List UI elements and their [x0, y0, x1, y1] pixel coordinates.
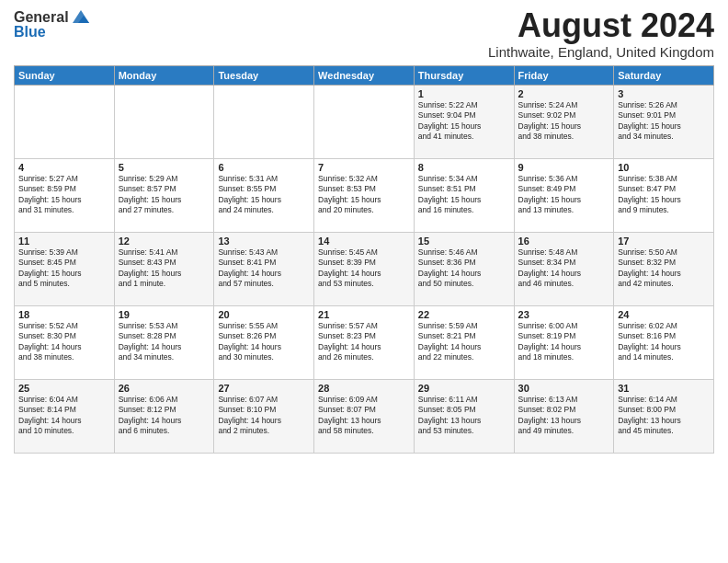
location: Linthwaite, England, United Kingdom: [488, 44, 714, 60]
day-number: 14: [318, 236, 410, 247]
day-number: 27: [218, 383, 310, 394]
day-info: Sunrise: 5:48 AM Sunset: 8:34 PM Dayligh…: [518, 247, 610, 290]
day-number: 5: [119, 162, 210, 173]
calendar-day-29: 29Sunrise: 6:11 AM Sunset: 8:05 PM Dayli…: [414, 380, 514, 454]
day-info: Sunrise: 5:22 AM Sunset: 9:04 PM Dayligh…: [418, 100, 510, 143]
day-info: Sunrise: 6:11 AM Sunset: 8:05 PM Dayligh…: [418, 395, 510, 437]
day-info: Sunrise: 6:00 AM Sunset: 8:19 PM Dayligh…: [518, 321, 610, 363]
day-info: Sunrise: 6:06 AM Sunset: 8:12 PM Dayligh…: [119, 395, 210, 437]
calendar-day-4: 4Sunrise: 5:27 AM Sunset: 8:59 PM Daylig…: [15, 159, 115, 233]
day-number: 26: [119, 383, 210, 394]
logo: General Blue: [14, 9, 91, 40]
day-info: Sunrise: 5:31 AM Sunset: 8:55 PM Dayligh…: [218, 174, 310, 216]
logo-icon: [71, 8, 91, 25]
calendar-day-18: 18Sunrise: 5:52 AM Sunset: 8:30 PM Dayli…: [15, 306, 115, 380]
calendar-day-12: 12Sunrise: 5:41 AM Sunset: 8:43 PM Dayli…: [114, 233, 214, 306]
day-number: 25: [18, 383, 110, 394]
calendar-day-27: 27Sunrise: 6:07 AM Sunset: 8:10 PM Dayli…: [214, 380, 314, 454]
calendar-day-9: 9Sunrise: 5:36 AM Sunset: 8:49 PM Daylig…: [514, 159, 614, 233]
calendar-empty-cell: [314, 86, 415, 159]
weekday-header-row: SundayMondayTuesdayWednesdayThursdayFrid…: [15, 66, 714, 86]
day-number: 24: [618, 309, 710, 320]
day-info: Sunrise: 6:14 AM Sunset: 8:00 PM Dayligh…: [618, 395, 710, 437]
calendar-table: SundayMondayTuesdayWednesdayThursdayFrid…: [14, 65, 714, 454]
logo-blue-text: Blue: [14, 24, 91, 40]
day-info: Sunrise: 6:07 AM Sunset: 8:10 PM Dayligh…: [218, 395, 310, 437]
calendar-day-23: 23Sunrise: 6:00 AM Sunset: 8:19 PM Dayli…: [514, 306, 614, 380]
day-number: 17: [618, 236, 710, 247]
calendar-day-25: 25Sunrise: 6:04 AM Sunset: 8:14 PM Dayli…: [15, 380, 115, 454]
calendar-day-20: 20Sunrise: 5:55 AM Sunset: 8:26 PM Dayli…: [214, 306, 314, 380]
day-info: Sunrise: 5:45 AM Sunset: 8:39 PM Dayligh…: [318, 247, 410, 290]
calendar-day-7: 7Sunrise: 5:32 AM Sunset: 8:53 PM Daylig…: [314, 159, 415, 233]
day-number: 10: [618, 162, 710, 173]
calendar-day-22: 22Sunrise: 5:59 AM Sunset: 8:21 PM Dayli…: [414, 306, 514, 380]
day-info: Sunrise: 5:46 AM Sunset: 8:36 PM Dayligh…: [418, 247, 510, 290]
day-number: 31: [618, 383, 710, 394]
calendar-day-2: 2Sunrise: 5:24 AM Sunset: 9:02 PM Daylig…: [514, 86, 614, 159]
day-info: Sunrise: 5:26 AM Sunset: 9:01 PM Dayligh…: [618, 100, 710, 143]
day-info: Sunrise: 5:36 AM Sunset: 8:49 PM Dayligh…: [518, 174, 610, 216]
header: General Blue August 2024 Linthwaite, Eng…: [14, 9, 714, 60]
calendar-day-19: 19Sunrise: 5:53 AM Sunset: 8:28 PM Dayli…: [114, 306, 214, 380]
day-info: Sunrise: 5:39 AM Sunset: 8:45 PM Dayligh…: [18, 247, 110, 290]
calendar-day-1: 1Sunrise: 5:22 AM Sunset: 9:04 PM Daylig…: [414, 86, 514, 159]
day-number: 16: [518, 236, 610, 247]
calendar-day-8: 8Sunrise: 5:34 AM Sunset: 8:51 PM Daylig…: [414, 159, 514, 233]
calendar-empty-cell: [214, 86, 314, 159]
day-info: Sunrise: 5:59 AM Sunset: 8:21 PM Dayligh…: [418, 321, 510, 363]
calendar-day-5: 5Sunrise: 5:29 AM Sunset: 8:57 PM Daylig…: [114, 159, 214, 233]
calendar-empty-cell: [114, 86, 214, 159]
day-number: 21: [318, 309, 410, 320]
calendar-day-11: 11Sunrise: 5:39 AM Sunset: 8:45 PM Dayli…: [15, 233, 115, 306]
weekday-header-wednesday: Wednesday: [314, 66, 415, 86]
calendar-day-13: 13Sunrise: 5:43 AM Sunset: 8:41 PM Dayli…: [214, 233, 314, 306]
day-info: Sunrise: 5:53 AM Sunset: 8:28 PM Dayligh…: [119, 321, 210, 363]
day-number: 29: [418, 383, 510, 394]
weekday-header-sunday: Sunday: [15, 66, 115, 86]
calendar-week-row: 1Sunrise: 5:22 AM Sunset: 9:04 PM Daylig…: [15, 86, 714, 159]
day-number: 13: [218, 236, 310, 247]
calendar-day-16: 16Sunrise: 5:48 AM Sunset: 8:34 PM Dayli…: [514, 233, 614, 306]
day-info: Sunrise: 5:32 AM Sunset: 8:53 PM Dayligh…: [318, 174, 410, 216]
day-info: Sunrise: 5:34 AM Sunset: 8:51 PM Dayligh…: [418, 174, 510, 216]
month-title: August 2024: [488, 9, 714, 42]
day-number: 7: [318, 162, 410, 173]
weekday-header-saturday: Saturday: [614, 66, 714, 86]
day-info: Sunrise: 5:29 AM Sunset: 8:57 PM Dayligh…: [119, 174, 210, 216]
calendar-day-30: 30Sunrise: 6:13 AM Sunset: 8:02 PM Dayli…: [514, 380, 614, 454]
day-info: Sunrise: 6:02 AM Sunset: 8:16 PM Dayligh…: [618, 321, 710, 363]
day-info: Sunrise: 5:52 AM Sunset: 8:30 PM Dayligh…: [18, 321, 110, 363]
day-number: 1: [418, 88, 510, 99]
day-info: Sunrise: 5:55 AM Sunset: 8:26 PM Dayligh…: [218, 321, 310, 363]
calendar-day-21: 21Sunrise: 5:57 AM Sunset: 8:23 PM Dayli…: [314, 306, 415, 380]
calendar-day-31: 31Sunrise: 6:14 AM Sunset: 8:00 PM Dayli…: [614, 380, 714, 454]
day-number: 8: [418, 162, 510, 173]
day-number: 4: [18, 162, 110, 173]
day-number: 12: [119, 236, 210, 247]
calendar-week-row: 25Sunrise: 6:04 AM Sunset: 8:14 PM Dayli…: [15, 380, 714, 454]
day-number: 6: [218, 162, 310, 173]
page: General Blue August 2024 Linthwaite, Eng…: [0, 0, 728, 563]
day-number: 28: [318, 383, 410, 394]
day-info: Sunrise: 5:43 AM Sunset: 8:41 PM Dayligh…: [218, 247, 310, 290]
calendar-day-10: 10Sunrise: 5:38 AM Sunset: 8:47 PM Dayli…: [614, 159, 714, 233]
calendar-empty-cell: [15, 86, 115, 159]
weekday-header-monday: Monday: [114, 66, 214, 86]
title-block: August 2024 Linthwaite, England, United …: [488, 9, 714, 60]
day-info: Sunrise: 5:50 AM Sunset: 8:32 PM Dayligh…: [618, 247, 710, 290]
day-number: 19: [119, 309, 210, 320]
calendar-week-row: 4Sunrise: 5:27 AM Sunset: 8:59 PM Daylig…: [15, 159, 714, 233]
day-number: 23: [518, 309, 610, 320]
weekday-header-friday: Friday: [514, 66, 614, 86]
calendar-day-17: 17Sunrise: 5:50 AM Sunset: 8:32 PM Dayli…: [614, 233, 714, 306]
day-info: Sunrise: 5:24 AM Sunset: 9:02 PM Dayligh…: [518, 100, 610, 143]
calendar-day-6: 6Sunrise: 5:31 AM Sunset: 8:55 PM Daylig…: [214, 159, 314, 233]
calendar-day-26: 26Sunrise: 6:06 AM Sunset: 8:12 PM Dayli…: [114, 380, 214, 454]
day-number: 3: [618, 88, 710, 99]
day-number: 22: [418, 309, 510, 320]
day-number: 9: [518, 162, 610, 173]
day-info: Sunrise: 5:38 AM Sunset: 8:47 PM Dayligh…: [618, 174, 710, 216]
calendar-day-28: 28Sunrise: 6:09 AM Sunset: 8:07 PM Dayli…: [314, 380, 415, 454]
calendar-week-row: 11Sunrise: 5:39 AM Sunset: 8:45 PM Dayli…: [15, 233, 714, 306]
